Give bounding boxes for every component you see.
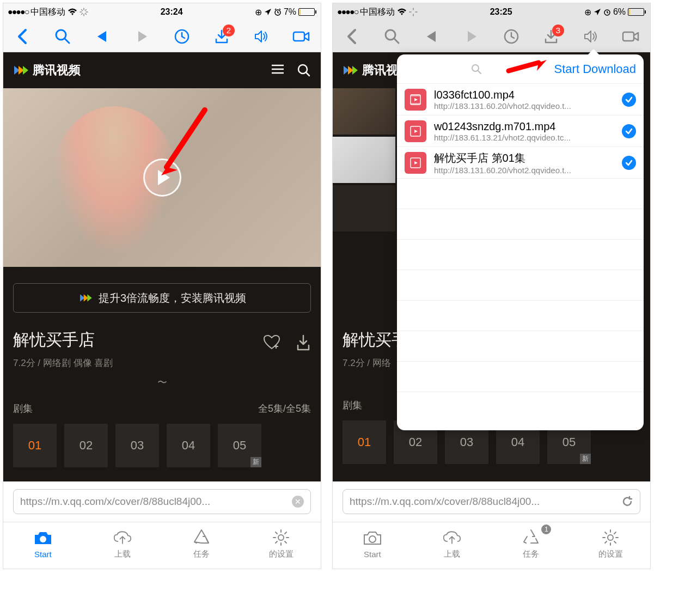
- battery-icon: [298, 8, 316, 16]
- download-show-icon[interactable]: [296, 334, 311, 351]
- tab-settings[interactable]: 的设置: [571, 522, 650, 565]
- download-url: http://183.131.60.20/vhot2.qqvideo.t...: [434, 166, 614, 175]
- video-button[interactable]: [292, 28, 310, 45]
- svg-point-39: [608, 535, 613, 540]
- episode-tile[interactable]: 01: [343, 420, 386, 464]
- alarm-icon: [603, 8, 611, 16]
- url-text: https://m.v.qq.com/x/cover/8/88ucl84j00.…: [20, 496, 286, 508]
- signal-dots-icon: ●●●●○: [8, 7, 28, 17]
- expand-chevron-icon[interactable]: 〜: [3, 376, 321, 389]
- tab-settings[interactable]: 的设置: [241, 522, 321, 565]
- svg-line-17: [306, 72, 309, 76]
- gear-icon: [601, 528, 620, 547]
- site-logo[interactable]: 腾讯视: [343, 62, 398, 78]
- new-badge: 新: [250, 457, 261, 467]
- tab-upload[interactable]: 上载: [412, 522, 492, 565]
- download-button[interactable]: 2: [213, 28, 230, 45]
- speaker-button[interactable]: [253, 28, 270, 45]
- download-item[interactable]: w01243snzdg.m701.mp4http://183.61.13.21/…: [397, 115, 644, 147]
- speaker-button[interactable]: [582, 28, 600, 45]
- site-name: 腾讯视: [362, 62, 398, 78]
- episode-tile[interactable]: 03: [115, 424, 159, 467]
- back-button[interactable]: [14, 28, 32, 45]
- svg-line-5: [85, 14, 87, 15]
- download-button[interactable]: 3: [542, 28, 560, 45]
- check-icon[interactable]: [622, 124, 636, 138]
- cloud-upload-icon: [443, 528, 461, 547]
- video-player[interactable]: [3, 88, 321, 267]
- annotation-arrow-icon: [503, 54, 552, 82]
- loading-icon: [409, 8, 418, 16]
- signal-dots-icon: ●●●●○: [337, 7, 358, 17]
- download-item[interactable]: l0336fct100.mp4http://183.131.60.20/vhot…: [397, 84, 644, 115]
- url-text: https://m.v.qq.com/x/cover/8/88ucl84j00.…: [350, 496, 616, 508]
- start-download-button[interactable]: Start Download: [554, 62, 636, 76]
- episode-tile[interactable]: 05新: [218, 424, 261, 467]
- annotation-arrow-icon: [156, 105, 221, 181]
- search-button[interactable]: [54, 28, 71, 45]
- video-thumbnail[interactable]: [333, 185, 395, 231]
- back-button[interactable]: [344, 28, 361, 45]
- app-toolbar: 2: [3, 21, 321, 52]
- search-button[interactable]: [383, 28, 401, 45]
- prev-button[interactable]: [423, 28, 441, 45]
- cloud-upload-icon: [113, 528, 132, 547]
- tab-tasks[interactable]: 1 任务: [492, 522, 571, 565]
- site-logo[interactable]: 腾讯视频: [13, 62, 81, 78]
- episodes-list: 01 02 03 04 05新: [3, 424, 321, 467]
- svg-rect-34: [411, 95, 420, 96]
- prev-button[interactable]: [94, 28, 111, 45]
- download-item[interactable]: 解忧买手店 第01集http://183.131.60.20/vhot2.qqv…: [397, 147, 644, 179]
- clear-icon[interactable]: ✕: [292, 496, 304, 508]
- video-thumbnail[interactable]: [333, 137, 395, 183]
- svg-rect-12: [294, 32, 304, 41]
- svg-point-20: [40, 536, 46, 542]
- recycle-icon: [522, 528, 540, 547]
- tab-start[interactable]: Start: [3, 522, 83, 565]
- favorite-icon[interactable]: [263, 334, 280, 351]
- svg-line-6: [82, 14, 83, 15]
- next-button[interactable]: [133, 28, 151, 45]
- episode-tile[interactable]: 02: [64, 424, 108, 467]
- install-promo[interactable]: 提升3倍流畅度，安装腾讯视频: [13, 283, 311, 313]
- site-search-icon[interactable]: [297, 63, 311, 77]
- download-popover: Start Download l0336fct100.mp4http://183…: [397, 54, 644, 430]
- video-thumbnail[interactable]: [333, 88, 395, 135]
- phone-right: ●●●●○ 中国移动 23:25 ⊕ 6% 3: [332, 3, 651, 569]
- web-content: 腾讯视频 提升3倍流畅度，安装腾讯视频 解忧买手店 7.2分 / 网络剧 偶像 …: [3, 52, 321, 481]
- check-icon[interactable]: [622, 156, 636, 170]
- bottom-tabs: Start 上载 1 任务 的设置: [333, 522, 650, 565]
- address-bar[interactable]: https://m.v.qq.com/x/cover/8/88ucl84j00.…: [13, 489, 311, 514]
- show-meta: 7.2分 / 网络剧 偶像 喜剧: [13, 357, 113, 369]
- address-bar[interactable]: https://m.v.qq.com/x/cover/8/88ucl84j00.…: [343, 489, 640, 514]
- svg-line-10: [65, 39, 69, 43]
- site-name: 腾讯视频: [33, 62, 81, 78]
- svg-line-4: [82, 10, 83, 11]
- reload-icon[interactable]: [621, 496, 633, 508]
- next-button[interactable]: [463, 28, 480, 45]
- battery-pct: 7%: [284, 7, 296, 17]
- episode-tile[interactable]: 01: [13, 424, 57, 467]
- svg-line-28: [394, 39, 399, 43]
- menu-icon[interactable]: [271, 63, 285, 77]
- site-header: 腾讯视频: [3, 52, 321, 88]
- wifi-icon: [397, 8, 407, 16]
- check-icon[interactable]: [622, 93, 636, 107]
- episode-tile[interactable]: 04: [167, 424, 210, 467]
- episodes-label: 剧集: [13, 402, 33, 415]
- svg-point-38: [369, 536, 376, 542]
- promo-text: 提升3倍流畅度，安装腾讯视频: [99, 291, 246, 306]
- app-toolbar: 3: [333, 21, 650, 52]
- tab-tasks[interactable]: 任务: [162, 522, 242, 565]
- show-title: 解忧买手店: [13, 329, 113, 351]
- history-button[interactable]: [173, 28, 191, 45]
- video-button[interactable]: [622, 28, 639, 45]
- status-bar: ●●●●○ 中国移动 23:25 ⊕ 6%: [333, 3, 650, 21]
- battery-pct: 6%: [613, 7, 626, 17]
- history-button[interactable]: [503, 28, 520, 45]
- episodes-label: 剧集: [343, 399, 362, 412]
- tab-start[interactable]: Start: [333, 522, 412, 565]
- tab-upload[interactable]: 上载: [83, 522, 162, 565]
- bottom-tabs: Start 上载 任务 的设置: [3, 522, 321, 565]
- episodes-count[interactable]: 全5集/全5集: [258, 402, 311, 415]
